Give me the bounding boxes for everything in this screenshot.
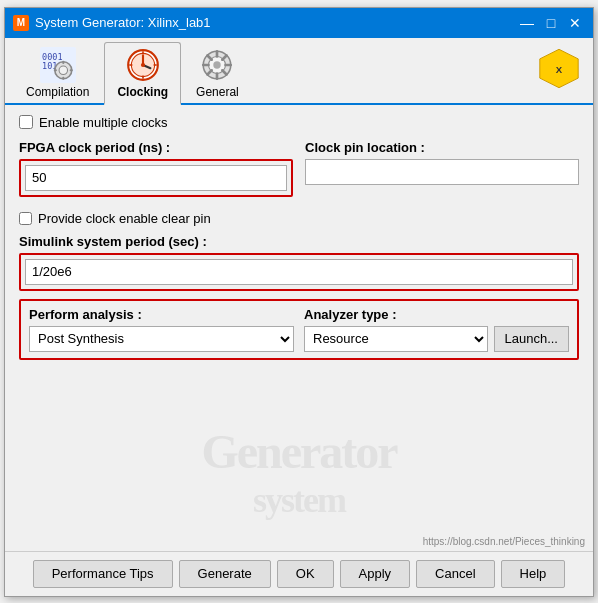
simulink-period-label: Simulink system period (sec) : xyxy=(19,234,579,249)
main-window: M System Generator: Xilinx_lab1 — □ ✕ 00… xyxy=(4,7,594,597)
apply-button[interactable]: Apply xyxy=(340,560,411,588)
tab-clocking-label: Clocking xyxy=(117,85,168,99)
toolbar: 0001 1010 Compilation xyxy=(5,38,593,105)
title-bar: M System Generator: Xilinx_lab1 — □ ✕ xyxy=(5,8,593,38)
provide-clock-enable-row: Provide clock enable clear pin xyxy=(19,211,579,226)
cancel-button[interactable]: Cancel xyxy=(416,560,494,588)
maximize-button[interactable]: □ xyxy=(541,13,561,33)
analyzer-type-select[interactable]: Resource Timing xyxy=(304,326,488,352)
svg-text:X: X xyxy=(556,64,563,75)
tab-general-label: General xyxy=(196,85,239,99)
fpga-clock-period-border xyxy=(19,159,293,197)
footer: Performance Tips Generate OK Apply Cance… xyxy=(5,551,593,596)
general-icon xyxy=(199,47,235,83)
clocking-icon xyxy=(125,47,161,83)
simulink-period-input[interactable] xyxy=(25,259,573,285)
performance-tips-button[interactable]: Performance Tips xyxy=(33,560,173,588)
provide-clock-enable-label[interactable]: Provide clock enable clear pin xyxy=(38,211,211,226)
enable-multiple-clocks-checkbox[interactable] xyxy=(19,115,33,129)
analysis-box: Perform analysis : Post Synthesis None P… xyxy=(19,299,579,360)
help-button[interactable]: Help xyxy=(501,560,566,588)
simulink-period-border xyxy=(19,253,579,291)
close-button[interactable]: ✕ xyxy=(565,13,585,33)
perform-analysis-select[interactable]: Post Synthesis None Pre Synthesis xyxy=(29,326,294,352)
title-bar-buttons: — □ ✕ xyxy=(517,13,585,33)
analyzer-type-label: Analyzer type : xyxy=(304,307,488,322)
tab-compilation[interactable]: 0001 1010 Compilation xyxy=(13,42,102,103)
analyzer-type-group: Analyzer type : Resource Timing Launch..… xyxy=(304,307,569,352)
xilinx-logo: X xyxy=(535,45,583,96)
ok-button[interactable]: OK xyxy=(277,560,334,588)
fpga-clock-period-input[interactable] xyxy=(25,165,287,191)
svg-rect-6 xyxy=(62,76,64,79)
url-text: https://blog.csdn.net/Pieces_thinking xyxy=(423,536,585,547)
app-icon: M xyxy=(13,15,29,31)
svg-rect-8 xyxy=(69,69,72,71)
tab-compilation-label: Compilation xyxy=(26,85,89,99)
perform-analysis-label: Perform analysis : xyxy=(29,307,294,322)
simulink-period-group: Simulink system period (sec) : xyxy=(19,234,579,291)
svg-rect-5 xyxy=(62,60,64,63)
svg-point-20 xyxy=(214,61,221,68)
enable-multiple-clocks-row: Enable multiple clocks xyxy=(19,115,579,130)
watermark: Generator system xyxy=(5,424,593,521)
minimize-button[interactable]: — xyxy=(517,13,537,33)
perform-analysis-group: Perform analysis : Post Synthesis None P… xyxy=(29,307,294,352)
tab-clocking[interactable]: Clocking xyxy=(104,42,181,105)
content-area: Enable multiple clocks FPGA clock period… xyxy=(5,105,593,551)
clock-pin-location-label: Clock pin location : xyxy=(305,140,579,155)
clock-pin-location-group: Clock pin location : xyxy=(305,140,579,203)
svg-text:0001: 0001 xyxy=(42,51,62,61)
clock-pin-location-input[interactable] xyxy=(305,159,579,185)
svg-rect-7 xyxy=(53,69,56,71)
fpga-clock-period-label: FPGA clock period (ns) : xyxy=(19,140,293,155)
analysis-row: Perform analysis : Post Synthesis None P… xyxy=(29,307,569,352)
svg-point-4 xyxy=(59,66,67,74)
tab-general[interactable]: General xyxy=(183,42,252,103)
window-title: System Generator: Xilinx_lab1 xyxy=(35,15,517,30)
launch-button[interactable]: Launch... xyxy=(494,326,570,352)
fpga-clock-period-group: FPGA clock period (ns) : xyxy=(19,140,293,203)
enable-multiple-clocks-label[interactable]: Enable multiple clocks xyxy=(39,115,168,130)
provide-clock-enable-checkbox[interactable] xyxy=(19,212,32,225)
generate-button[interactable]: Generate xyxy=(179,560,271,588)
svg-point-13 xyxy=(141,62,145,66)
fpga-clock-row: FPGA clock period (ns) : Clock pin locat… xyxy=(19,140,579,203)
compilation-icon: 0001 1010 xyxy=(40,47,76,83)
